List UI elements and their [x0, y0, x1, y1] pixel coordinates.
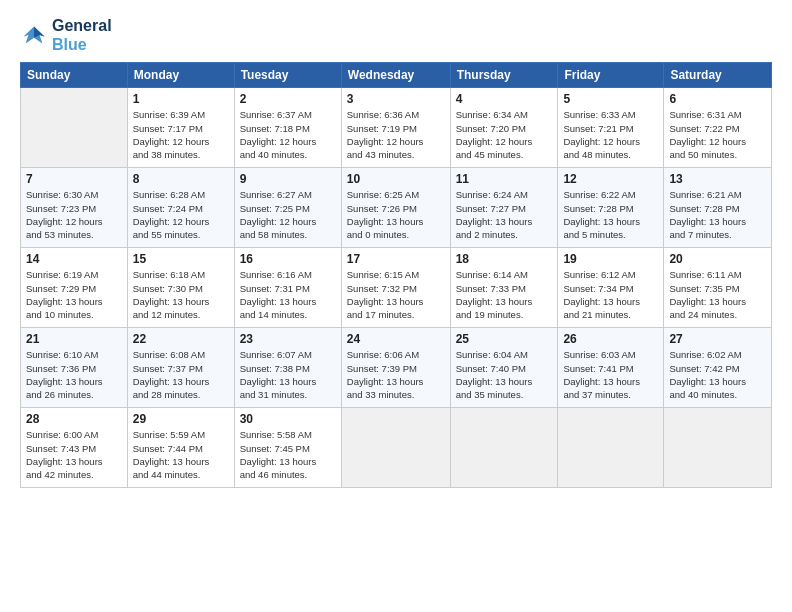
calendar-week-4: 21Sunrise: 6:10 AM Sunset: 7:36 PM Dayli…: [21, 328, 772, 408]
calendar-day: 11Sunrise: 6:24 AM Sunset: 7:27 PM Dayli…: [450, 168, 558, 248]
day-info: Sunrise: 6:10 AM Sunset: 7:36 PM Dayligh…: [26, 348, 122, 401]
calendar-day: 27Sunrise: 6:02 AM Sunset: 7:42 PM Dayli…: [664, 328, 772, 408]
day-info: Sunrise: 6:11 AM Sunset: 7:35 PM Dayligh…: [669, 268, 766, 321]
calendar-day: [558, 408, 664, 488]
calendar-header-saturday: Saturday: [664, 63, 772, 88]
day-info: Sunrise: 6:27 AM Sunset: 7:25 PM Dayligh…: [240, 188, 336, 241]
calendar-header-tuesday: Tuesday: [234, 63, 341, 88]
day-number: 10: [347, 172, 445, 186]
calendar-day: 10Sunrise: 6:25 AM Sunset: 7:26 PM Dayli…: [341, 168, 450, 248]
day-info: Sunrise: 6:06 AM Sunset: 7:39 PM Dayligh…: [347, 348, 445, 401]
calendar-day: [21, 88, 128, 168]
day-number: 28: [26, 412, 122, 426]
day-info: Sunrise: 6:39 AM Sunset: 7:17 PM Dayligh…: [133, 108, 229, 161]
calendar-day: 13Sunrise: 6:21 AM Sunset: 7:28 PM Dayli…: [664, 168, 772, 248]
calendar-day: [664, 408, 772, 488]
day-info: Sunrise: 6:34 AM Sunset: 7:20 PM Dayligh…: [456, 108, 553, 161]
calendar-day: 4Sunrise: 6:34 AM Sunset: 7:20 PM Daylig…: [450, 88, 558, 168]
calendar-day: 1Sunrise: 6:39 AM Sunset: 7:17 PM Daylig…: [127, 88, 234, 168]
day-info: Sunrise: 6:25 AM Sunset: 7:26 PM Dayligh…: [347, 188, 445, 241]
day-info: Sunrise: 6:24 AM Sunset: 7:27 PM Dayligh…: [456, 188, 553, 241]
calendar-day: 23Sunrise: 6:07 AM Sunset: 7:38 PM Dayli…: [234, 328, 341, 408]
day-number: 1: [133, 92, 229, 106]
day-number: 9: [240, 172, 336, 186]
day-info: Sunrise: 6:28 AM Sunset: 7:24 PM Dayligh…: [133, 188, 229, 241]
calendar-day: 7Sunrise: 6:30 AM Sunset: 7:23 PM Daylig…: [21, 168, 128, 248]
day-number: 4: [456, 92, 553, 106]
day-info: Sunrise: 5:58 AM Sunset: 7:45 PM Dayligh…: [240, 428, 336, 481]
day-info: Sunrise: 6:36 AM Sunset: 7:19 PM Dayligh…: [347, 108, 445, 161]
day-info: Sunrise: 6:21 AM Sunset: 7:28 PM Dayligh…: [669, 188, 766, 241]
calendar-day: 14Sunrise: 6:19 AM Sunset: 7:29 PM Dayli…: [21, 248, 128, 328]
calendar-day: 29Sunrise: 5:59 AM Sunset: 7:44 PM Dayli…: [127, 408, 234, 488]
calendar-day: 6Sunrise: 6:31 AM Sunset: 7:22 PM Daylig…: [664, 88, 772, 168]
calendar-day: 9Sunrise: 6:27 AM Sunset: 7:25 PM Daylig…: [234, 168, 341, 248]
calendar-header-thursday: Thursday: [450, 63, 558, 88]
day-number: 22: [133, 332, 229, 346]
logo-text-line1: General: [52, 16, 112, 35]
calendar-day: 15Sunrise: 6:18 AM Sunset: 7:30 PM Dayli…: [127, 248, 234, 328]
calendar-week-5: 28Sunrise: 6:00 AM Sunset: 7:43 PM Dayli…: [21, 408, 772, 488]
calendar-week-2: 7Sunrise: 6:30 AM Sunset: 7:23 PM Daylig…: [21, 168, 772, 248]
calendar-day: 22Sunrise: 6:08 AM Sunset: 7:37 PM Dayli…: [127, 328, 234, 408]
day-info: Sunrise: 5:59 AM Sunset: 7:44 PM Dayligh…: [133, 428, 229, 481]
calendar-day: 19Sunrise: 6:12 AM Sunset: 7:34 PM Dayli…: [558, 248, 664, 328]
day-number: 8: [133, 172, 229, 186]
day-info: Sunrise: 6:07 AM Sunset: 7:38 PM Dayligh…: [240, 348, 336, 401]
calendar-day: 21Sunrise: 6:10 AM Sunset: 7:36 PM Dayli…: [21, 328, 128, 408]
calendar-header-wednesday: Wednesday: [341, 63, 450, 88]
day-info: Sunrise: 6:31 AM Sunset: 7:22 PM Dayligh…: [669, 108, 766, 161]
calendar-day: 25Sunrise: 6:04 AM Sunset: 7:40 PM Dayli…: [450, 328, 558, 408]
day-number: 23: [240, 332, 336, 346]
day-info: Sunrise: 6:16 AM Sunset: 7:31 PM Dayligh…: [240, 268, 336, 321]
day-info: Sunrise: 6:19 AM Sunset: 7:29 PM Dayligh…: [26, 268, 122, 321]
calendar-week-3: 14Sunrise: 6:19 AM Sunset: 7:29 PM Dayli…: [21, 248, 772, 328]
day-number: 5: [563, 92, 658, 106]
calendar-day: [341, 408, 450, 488]
day-info: Sunrise: 6:14 AM Sunset: 7:33 PM Dayligh…: [456, 268, 553, 321]
logo: General Blue: [20, 16, 112, 54]
calendar-day: 18Sunrise: 6:14 AM Sunset: 7:33 PM Dayli…: [450, 248, 558, 328]
day-number: 7: [26, 172, 122, 186]
day-info: Sunrise: 6:33 AM Sunset: 7:21 PM Dayligh…: [563, 108, 658, 161]
calendar-day: 30Sunrise: 5:58 AM Sunset: 7:45 PM Dayli…: [234, 408, 341, 488]
day-number: 18: [456, 252, 553, 266]
calendar-day: 12Sunrise: 6:22 AM Sunset: 7:28 PM Dayli…: [558, 168, 664, 248]
calendar-header-sunday: Sunday: [21, 63, 128, 88]
calendar-day: [450, 408, 558, 488]
day-number: 2: [240, 92, 336, 106]
calendar-day: 26Sunrise: 6:03 AM Sunset: 7:41 PM Dayli…: [558, 328, 664, 408]
calendar-header-friday: Friday: [558, 63, 664, 88]
day-info: Sunrise: 6:37 AM Sunset: 7:18 PM Dayligh…: [240, 108, 336, 161]
day-number: 19: [563, 252, 658, 266]
day-number: 16: [240, 252, 336, 266]
calendar-day: 2Sunrise: 6:37 AM Sunset: 7:18 PM Daylig…: [234, 88, 341, 168]
day-info: Sunrise: 6:18 AM Sunset: 7:30 PM Dayligh…: [133, 268, 229, 321]
day-number: 24: [347, 332, 445, 346]
day-number: 13: [669, 172, 766, 186]
calendar-day: 3Sunrise: 6:36 AM Sunset: 7:19 PM Daylig…: [341, 88, 450, 168]
calendar-day: 20Sunrise: 6:11 AM Sunset: 7:35 PM Dayli…: [664, 248, 772, 328]
calendar-day: 28Sunrise: 6:00 AM Sunset: 7:43 PM Dayli…: [21, 408, 128, 488]
day-number: 21: [26, 332, 122, 346]
day-number: 20: [669, 252, 766, 266]
page-header: General Blue: [20, 16, 772, 54]
calendar-table: SundayMondayTuesdayWednesdayThursdayFrid…: [20, 62, 772, 488]
calendar-day: 17Sunrise: 6:15 AM Sunset: 7:32 PM Dayli…: [341, 248, 450, 328]
day-info: Sunrise: 6:15 AM Sunset: 7:32 PM Dayligh…: [347, 268, 445, 321]
day-number: 26: [563, 332, 658, 346]
day-number: 29: [133, 412, 229, 426]
calendar-day: 24Sunrise: 6:06 AM Sunset: 7:39 PM Dayli…: [341, 328, 450, 408]
day-number: 30: [240, 412, 336, 426]
day-number: 6: [669, 92, 766, 106]
calendar-day: 16Sunrise: 6:16 AM Sunset: 7:31 PM Dayli…: [234, 248, 341, 328]
day-info: Sunrise: 6:03 AM Sunset: 7:41 PM Dayligh…: [563, 348, 658, 401]
day-number: 17: [347, 252, 445, 266]
day-info: Sunrise: 6:04 AM Sunset: 7:40 PM Dayligh…: [456, 348, 553, 401]
day-info: Sunrise: 6:30 AM Sunset: 7:23 PM Dayligh…: [26, 188, 122, 241]
calendar-header-row: SundayMondayTuesdayWednesdayThursdayFrid…: [21, 63, 772, 88]
day-info: Sunrise: 6:02 AM Sunset: 7:42 PM Dayligh…: [669, 348, 766, 401]
day-info: Sunrise: 6:12 AM Sunset: 7:34 PM Dayligh…: [563, 268, 658, 321]
day-number: 25: [456, 332, 553, 346]
calendar-week-1: 1Sunrise: 6:39 AM Sunset: 7:17 PM Daylig…: [21, 88, 772, 168]
